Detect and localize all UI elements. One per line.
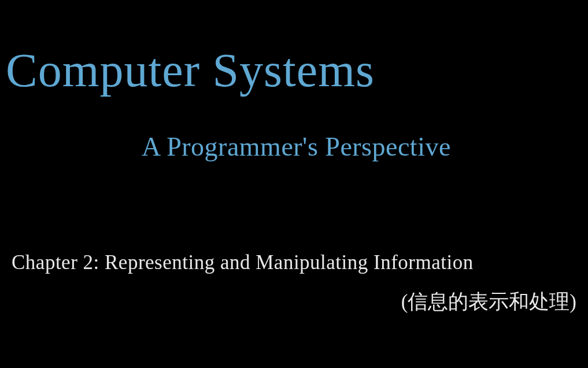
chapter-title-chinese: (信息的表示和处理) bbox=[401, 288, 576, 315]
book-subtitle: A Programmer's Perspective bbox=[142, 131, 451, 162]
chapter-title-english: Chapter 2: Representing and Manipulating… bbox=[12, 251, 474, 274]
book-title: Computer Systems bbox=[6, 43, 375, 98]
